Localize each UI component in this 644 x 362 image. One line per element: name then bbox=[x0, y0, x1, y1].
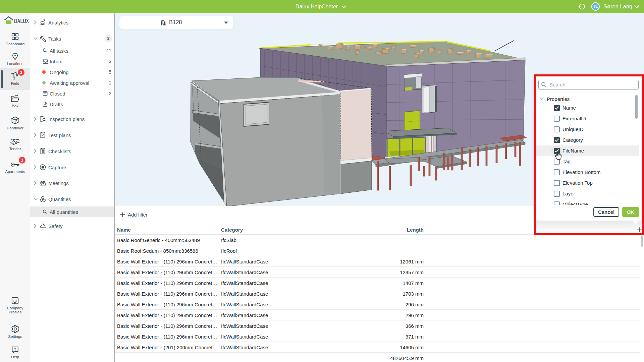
svg-text:?: ? bbox=[14, 347, 16, 352]
svg-text:DALUX: DALUX bbox=[14, 17, 29, 24]
